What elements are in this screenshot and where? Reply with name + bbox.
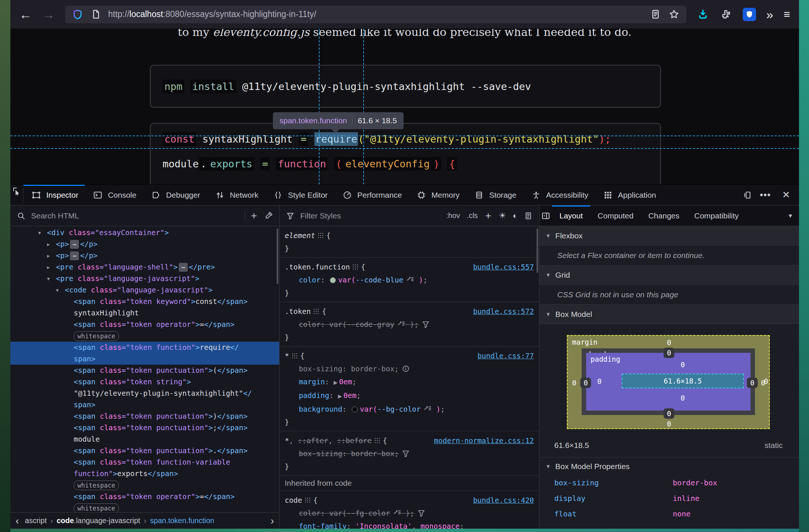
rule-selector-line[interactable]: *{bundle.css:77	[280, 349, 539, 362]
reader-mode-icon[interactable]	[649, 8, 662, 21]
tree-row[interactable]: <span class="token function">require</sp…	[10, 342, 279, 365]
tree-row[interactable]: <span class="token keyword">const</span>	[10, 296, 279, 307]
tree-row[interactable]: <span class="token function-variablefunc…	[10, 456, 279, 479]
grid-section-header[interactable]: ▼ Grid	[539, 265, 799, 285]
css-declaration[interactable]: color: var(--fg-color );	[280, 507, 539, 520]
box-model-content[interactable]: 61.6×18.5	[622, 374, 744, 388]
stylesheet-link[interactable]: modern-normalize.css:12	[434, 435, 534, 446]
tree-row[interactable]: <span class="token punctuation">.</span>	[10, 445, 279, 456]
url-text[interactable]: http://localhost:8080/essays/syntax-high…	[108, 9, 643, 19]
jump-to-variable-icon[interactable]	[424, 405, 432, 413]
url-bar[interactable]: http://localhost:8080/essays/syntax-high…	[65, 6, 686, 23]
stylesheet-link[interactable]: bundle.css:77	[477, 350, 534, 362]
css-variable-name[interactable]: --bg-color	[377, 405, 421, 414]
rule-selector-line[interactable]: element{	[280, 229, 539, 242]
rule-highlighter-icon[interactable]	[374, 437, 381, 444]
margin-left-value[interactable]: 0	[572, 379, 576, 387]
tree-row[interactable]: ▸<p>⋯</p>	[10, 250, 279, 261]
breadcrumb-item[interactable]: span.token.function	[150, 516, 214, 525]
color-swatch[interactable]	[352, 406, 358, 412]
tree-row[interactable]: ▸<p>⋯</p>	[10, 238, 279, 250]
margin-top-value[interactable]: 0	[667, 338, 671, 347]
inline-ellipsis-badge[interactable]: ⋯	[70, 240, 79, 249]
toggle-class-button[interactable]: .cls	[465, 211, 479, 220]
sidebar-toggle-icon[interactable]	[539, 210, 552, 222]
stylesheet-link[interactable]: bundle.css:420	[473, 495, 534, 506]
tree-row[interactable]: whitespace	[10, 330, 279, 342]
rule-highlighter-icon[interactable]	[317, 232, 324, 239]
box-model-margin[interactable]: margin 0 0 0 0 border padding 0 0	[567, 335, 770, 429]
tree-row[interactable]: syntaxHighlight	[10, 307, 279, 319]
css-variable-name[interactable]: --fg-color	[347, 509, 390, 518]
css-declaration[interactable]: padding: ▶0em;	[280, 389, 539, 403]
rule-highlighter-icon[interactable]	[352, 264, 359, 270]
box-model-property-row[interactable]: floatnone	[539, 506, 799, 522]
overridden-filter-icon[interactable]	[402, 449, 410, 458]
box-model-border[interactable]: border padding 0 0 0 0 61.6×18.5	[582, 348, 755, 415]
print-simulation-icon[interactable]	[523, 210, 534, 221]
forward-button[interactable]: →	[42, 8, 55, 21]
border-top-value[interactable]: 0	[663, 348, 674, 358]
overflow-chevrons-icon[interactable]: »	[766, 8, 773, 21]
tree-row[interactable]: ▾<code class="language-javascript">	[10, 284, 279, 296]
tree-row[interactable]: module	[10, 434, 279, 445]
overridden-filter-icon[interactable]	[422, 320, 430, 328]
box-model-property-row[interactable]: displayinline	[539, 491, 799, 506]
page-info-icon[interactable]	[90, 8, 102, 21]
close-devtools-icon[interactable]: ✕	[777, 189, 795, 201]
margin-bottom-value[interactable]: 0	[667, 420, 671, 428]
css-declaration[interactable]: font-family: 'Inconsolata', monospace;	[280, 520, 539, 529]
box-model-property-row[interactable]: box-sizingborder-box	[539, 475, 799, 491]
twisty-open-icon[interactable]: ▾	[38, 227, 41, 238]
padding-left-value[interactable]: 0	[597, 377, 601, 385]
rule-selector-line[interactable]: .token{bundle.css:572	[280, 305, 539, 318]
bookmark-star-icon[interactable]	[668, 8, 681, 21]
rule-highlighter-icon[interactable]	[313, 308, 320, 315]
eyedropper-icon[interactable]	[263, 210, 274, 221]
rule-highlighter-icon[interactable]	[304, 497, 311, 503]
border-right-value[interactable]: 0	[747, 378, 758, 388]
rule-selector-line[interactable]: *, ::after, ::before{modern-normalize.cs…	[280, 434, 539, 447]
css-declaration[interactable]: color: var(--code-gray );	[280, 318, 539, 331]
responsive-design-mode-icon[interactable]	[741, 189, 754, 201]
downloads-icon[interactable]	[697, 8, 709, 21]
box-model-padding[interactable]: padding 0 0 0 0 61.6×18.5	[586, 353, 751, 411]
extensions-puzzle-icon[interactable]	[720, 8, 732, 21]
flexbox-section-header[interactable]: ▼ Flexbox	[539, 226, 799, 245]
pick-element-icon[interactable]	[10, 185, 23, 197]
css-declaration[interactable]: box-sizing: border-box;	[280, 447, 539, 460]
tab-inspector[interactable]: Inspector	[23, 185, 85, 205]
tree-row[interactable]: whitespace	[10, 502, 279, 512]
overridden-filter-icon[interactable]	[417, 509, 425, 517]
tree-row[interactable]: <span class="token operator">=</span>	[10, 319, 279, 330]
css-declaration[interactable]: margin: ▶0em;	[280, 375, 539, 389]
padding-right-value[interactable]: 0	[764, 377, 768, 385]
add-rule-button[interactable]: +	[483, 210, 494, 222]
border-left-value[interactable]: 0	[580, 378, 591, 388]
tab-changes[interactable]: Changes	[641, 205, 687, 226]
tree-row[interactable]: ▾<pre class="language-javascript">	[10, 273, 279, 284]
sidebar-tabs-dropdown-icon[interactable]: ▼	[782, 205, 799, 226]
inactive-css-info-icon[interactable]	[402, 365, 410, 373]
rule-selector-line[interactable]: code{bundle.css:420	[280, 494, 539, 507]
tracking-protection-shield-icon[interactable]	[71, 8, 84, 21]
padding-top-value[interactable]: 0	[681, 361, 685, 369]
expand-shorthand-icon[interactable]: ▶	[338, 393, 342, 399]
tree-row[interactable]: <span class="token string">"@11ty/eleven…	[10, 376, 279, 411]
breadcrumb-item[interactable]: ascript	[25, 516, 47, 525]
back-button[interactable]: ←	[19, 8, 32, 21]
box-model-properties-header[interactable]: ▼ Box Model Properties	[539, 457, 799, 475]
tab-style-editor[interactable]: Style Editor	[265, 185, 334, 205]
jump-to-variable-icon[interactable]	[397, 320, 405, 328]
stylesheet-link[interactable]: bundle.css:572	[473, 306, 534, 317]
tab-network[interactable]: Network	[207, 185, 265, 205]
twisty-open-icon[interactable]: ▾	[56, 284, 59, 296]
css-variable-name[interactable]: --code-blue	[355, 276, 403, 284]
jump-to-variable-icon[interactable]	[406, 276, 414, 284]
tab-debugger[interactable]: Debugger	[143, 185, 207, 205]
tab-accessibility[interactable]: Accessibility	[523, 185, 595, 205]
twisty-closed-icon[interactable]: ▸	[47, 250, 50, 261]
twisty-closed-icon[interactable]: ▸	[47, 261, 50, 273]
light-theme-sun-icon[interactable]: ☀	[497, 211, 508, 221]
breadcrumb-item[interactable]: code.language-javascript	[57, 516, 140, 525]
